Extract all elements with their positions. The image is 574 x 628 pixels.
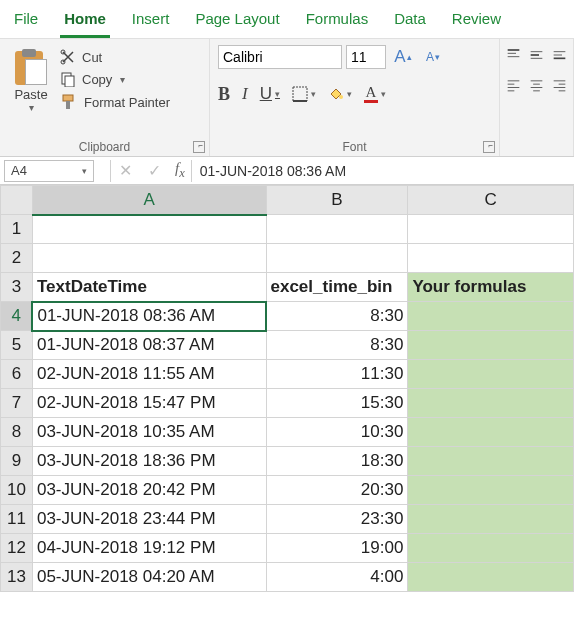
- cell[interactable]: 20:30: [266, 476, 408, 505]
- cell[interactable]: [408, 418, 574, 447]
- fx-icon[interactable]: fx: [169, 160, 191, 181]
- chevron-down-icon[interactable]: ▾: [82, 166, 87, 176]
- cell[interactable]: [408, 476, 574, 505]
- select-all-corner[interactable]: [1, 186, 33, 215]
- align-left-button[interactable]: [506, 77, 521, 93]
- group-label-font: Font: [210, 140, 499, 154]
- column-header-A[interactable]: A: [32, 186, 266, 215]
- cell[interactable]: [266, 244, 408, 273]
- cell[interactable]: [266, 215, 408, 244]
- decrease-font-size-button[interactable]: A▾: [420, 45, 446, 69]
- formula-cancel-button[interactable]: ✕: [111, 161, 140, 180]
- fill-color-button[interactable]: ▾: [328, 83, 352, 105]
- row-header[interactable]: 2: [1, 244, 33, 273]
- chevron-down-icon[interactable]: ▾: [29, 102, 34, 113]
- cell[interactable]: [408, 505, 574, 534]
- tab-home[interactable]: Home: [60, 6, 110, 38]
- cell[interactable]: 11:30: [266, 360, 408, 389]
- align-center-button[interactable]: [529, 77, 544, 93]
- column-header-C[interactable]: C: [408, 186, 574, 215]
- cell[interactable]: 03-JUN-2018 18:36 PM: [32, 447, 266, 476]
- underline-button[interactable]: U▾: [260, 83, 280, 105]
- cell[interactable]: [32, 244, 266, 273]
- cell[interactable]: 03-JUN-2018 10:35 AM: [32, 418, 266, 447]
- row-header[interactable]: 5: [1, 331, 33, 360]
- font-color-button[interactable]: A ▾: [364, 83, 386, 105]
- cell[interactable]: 01-JUN-2018 08:36 AM: [32, 302, 266, 331]
- row-header[interactable]: 9: [1, 447, 33, 476]
- align-bottom-button[interactable]: [552, 47, 567, 63]
- cell[interactable]: 18:30: [266, 447, 408, 476]
- chevron-down-icon[interactable]: ▾: [311, 89, 316, 99]
- tab-formulas[interactable]: Formulas: [302, 6, 373, 38]
- cell[interactable]: 04-JUN-2018 19:12 PM: [32, 534, 266, 563]
- cut-button[interactable]: Cut: [60, 49, 170, 65]
- cell[interactable]: 02-JUN-2018 11:55 AM: [32, 360, 266, 389]
- row-header[interactable]: 1: [1, 215, 33, 244]
- ribbon-tabs: File Home Insert Page Layout Formulas Da…: [0, 0, 574, 39]
- tab-review[interactable]: Review: [448, 6, 505, 38]
- cell[interactable]: 8:30: [266, 302, 408, 331]
- cell[interactable]: [32, 215, 266, 244]
- cell[interactable]: [408, 447, 574, 476]
- cell[interactable]: 10:30: [266, 418, 408, 447]
- cell[interactable]: [408, 302, 574, 331]
- row-header[interactable]: 3: [1, 273, 33, 302]
- cell[interactable]: 23:30: [266, 505, 408, 534]
- formula-bar[interactable]: 01-JUN-2018 08:36 AM: [192, 161, 574, 181]
- cell[interactable]: [408, 244, 574, 273]
- cell[interactable]: 05-JUN-2018 04:20 AM: [32, 563, 266, 592]
- format-painter-button[interactable]: Format Painter: [60, 93, 170, 111]
- cell[interactable]: 03-JUN-2018 20:42 PM: [32, 476, 266, 505]
- row-header[interactable]: 4: [1, 302, 33, 331]
- chevron-down-icon[interactable]: ▾: [381, 89, 386, 99]
- name-box[interactable]: A4 ▾: [4, 160, 94, 182]
- row-header[interactable]: 12: [1, 534, 33, 563]
- align-middle-button[interactable]: [529, 47, 544, 63]
- chevron-down-icon[interactable]: ▾: [275, 89, 280, 99]
- font-name-select[interactable]: [218, 45, 342, 69]
- chevron-down-icon[interactable]: ▾: [120, 74, 125, 85]
- clipboard-dialog-launcher[interactable]: ⌐: [193, 141, 205, 153]
- copy-button[interactable]: Copy ▾: [60, 71, 170, 87]
- cell[interactable]: 4:00: [266, 563, 408, 592]
- align-top-button[interactable]: [506, 47, 521, 63]
- tab-data[interactable]: Data: [390, 6, 430, 38]
- cell[interactable]: 03-JUN-2018 23:44 PM: [32, 505, 266, 534]
- row-header[interactable]: 8: [1, 418, 33, 447]
- tab-file[interactable]: File: [10, 6, 42, 38]
- column-header-B[interactable]: B: [266, 186, 408, 215]
- row-header[interactable]: 10: [1, 476, 33, 505]
- worksheet-grid[interactable]: A B C 123TextDateTimeexcel_time_binYour …: [0, 185, 574, 592]
- font-size-select[interactable]: [346, 45, 386, 69]
- cell[interactable]: 15:30: [266, 389, 408, 418]
- row-header[interactable]: 7: [1, 389, 33, 418]
- row-header[interactable]: 13: [1, 563, 33, 592]
- cell[interactable]: TextDateTime: [32, 273, 266, 302]
- cell[interactable]: [408, 563, 574, 592]
- cell[interactable]: [408, 360, 574, 389]
- cell[interactable]: excel_time_bin: [266, 273, 408, 302]
- cell[interactable]: [408, 331, 574, 360]
- row-header[interactable]: 6: [1, 360, 33, 389]
- cell[interactable]: 02-JUN-2018 15:47 PM: [32, 389, 266, 418]
- italic-button[interactable]: I: [242, 83, 248, 105]
- tab-page-layout[interactable]: Page Layout: [191, 6, 283, 38]
- tab-insert[interactable]: Insert: [128, 6, 174, 38]
- cell[interactable]: 19:00: [266, 534, 408, 563]
- align-right-button[interactable]: [552, 77, 567, 93]
- cell[interactable]: [408, 534, 574, 563]
- chevron-down-icon[interactable]: ▾: [347, 89, 352, 99]
- font-dialog-launcher[interactable]: ⌐: [483, 141, 495, 153]
- increase-font-size-button[interactable]: A▴: [390, 45, 416, 69]
- cell[interactable]: 01-JUN-2018 08:37 AM: [32, 331, 266, 360]
- bold-button[interactable]: B: [218, 83, 230, 105]
- paste-button[interactable]: Paste ▾: [6, 43, 56, 138]
- cell[interactable]: [408, 215, 574, 244]
- borders-button[interactable]: ▾: [292, 83, 316, 105]
- cell[interactable]: Your formulas: [408, 273, 574, 302]
- cell[interactable]: 8:30: [266, 331, 408, 360]
- cell[interactable]: [408, 389, 574, 418]
- formula-enter-button[interactable]: ✓: [140, 161, 169, 180]
- row-header[interactable]: 11: [1, 505, 33, 534]
